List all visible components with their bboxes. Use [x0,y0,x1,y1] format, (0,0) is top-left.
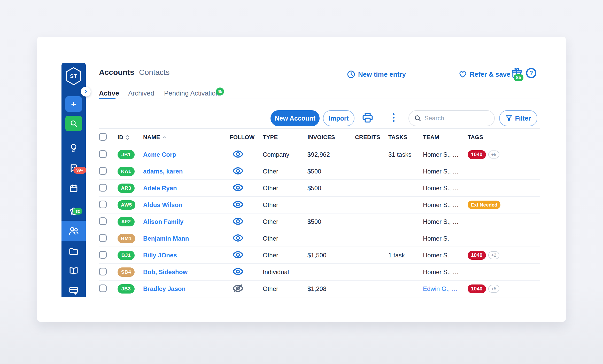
sidebar-collapse-button[interactable] [81,87,91,97]
account-name-link[interactable]: Alison Family [143,218,183,225]
question-mark-icon: ? [529,70,533,77]
logo-text: ST [65,67,82,85]
filter-button[interactable]: Filter [499,110,537,126]
column-header-tags: TAGS [468,134,540,141]
eye-icon [233,268,243,275]
rewards-button[interactable]: 85 [509,65,524,81]
tag-+5: +5 [488,151,499,159]
column-header-id[interactable]: ID [118,134,143,141]
account-team: Homer S., … [423,151,468,158]
subtab-active[interactable]: Active [99,89,119,97]
subtab-archived[interactable]: Archived [128,89,154,97]
select-all-checkbox[interactable] [99,133,107,141]
rewards-count-badge: 85 [514,74,523,81]
folder-icon [69,248,78,255]
more-options-button[interactable] [390,113,397,125]
print-button[interactable] [362,113,373,124]
account-id-badge: AR3 [118,184,135,193]
eye-icon [233,150,243,158]
row-checkbox[interactable] [99,284,107,292]
account-id-badge: JB3 [118,284,135,294]
new-time-entry-button[interactable]: New time entry [347,69,406,80]
follow-toggle[interactable] [233,217,243,226]
tag-1040: 1040 [468,284,486,293]
tag-1040: 1040 [468,150,486,159]
account-type: Other [263,235,307,242]
sidebar-item-accounts[interactable] [61,221,86,241]
refer-save-label: Refer & save [470,70,511,78]
account-name-link[interactable]: Acme Corp [143,151,176,158]
follow-toggle[interactable] [233,167,243,175]
card-plus-icon [69,286,78,295]
subtab-pending-activation[interactable]: Pending Activation [164,89,219,97]
row-checkbox[interactable] [99,217,107,225]
search-input[interactable] [424,115,484,122]
account-tags: Ext Needed [468,201,540,209]
account-type: Other [263,285,307,292]
app-logo: ST [65,67,82,85]
account-id-badge: AF2 [118,217,135,226]
account-name-link[interactable]: adams, karen [143,168,183,175]
row-checkbox[interactable] [99,251,107,259]
search-icon [70,120,78,127]
account-invoices: $92,962 [307,151,355,158]
follow-toggle[interactable] [233,268,243,276]
new-account-button[interactable]: New Account [270,110,320,126]
sidebar-item-insights[interactable] [61,140,86,155]
account-team: Homer S., … [423,201,468,209]
account-name-link[interactable]: Bradley Jason [143,285,185,292]
sidebar-item-billing[interactable] [61,283,86,297]
account-name-link[interactable]: Benjamin Mann [143,235,189,242]
row-checkbox[interactable] [99,234,107,242]
table-row: AW5 Aldus Wilson Other Homer S., … Ext N… [99,197,540,213]
account-team: Homer S. [423,235,468,242]
column-header-name[interactable]: NAME [143,134,230,141]
tag-+2: +2 [488,251,499,259]
follow-toggle[interactable] [233,284,243,293]
tab-contacts[interactable]: Contacts [139,68,169,77]
account-name-link[interactable]: Bob, Sideshow [143,268,188,276]
add-button[interactable]: + [65,96,82,112]
tab-accounts[interactable]: Accounts [99,68,134,77]
documents-count-badge: 32 [73,208,82,215]
sort-asc-icon [163,136,166,139]
open-book-icon [69,267,78,275]
row-checkbox[interactable] [99,150,107,158]
sidebar-item-files[interactable] [61,244,86,259]
account-id-badge: BJ1 [118,251,135,260]
sidebar-item-calendar[interactable] [61,181,86,196]
account-id-badge: JB1 [118,150,135,159]
follow-toggle[interactable] [233,251,243,259]
account-type: Other [263,185,307,192]
account-name-link[interactable]: Adele Ryan [143,185,177,192]
row-checkbox[interactable] [99,167,107,175]
account-team[interactable]: Edwin G., … [423,285,468,292]
heart-icon [459,71,467,78]
account-invoices: $1,500 [307,252,355,259]
follow-toggle[interactable] [233,150,243,159]
search-icon [414,115,421,122]
lightbulb-icon [69,143,78,152]
account-invoices: $500 [307,218,355,225]
sidebar-item-library[interactable] [61,263,86,279]
column-header-invoices: INVOICES [307,134,355,141]
account-name-link[interactable]: Aldus Wilson [143,201,182,209]
help-button[interactable]: ? [526,68,536,78]
account-invoices: $500 [307,185,355,192]
new-time-entry-label: New time entry [358,70,406,78]
import-button[interactable]: Import [323,110,354,126]
follow-toggle[interactable] [233,234,243,242]
kebab-dot [393,120,395,122]
account-team: Homer S., … [423,218,468,225]
refer-save-button[interactable]: Refer & save [459,69,511,80]
printer-icon [362,113,373,123]
row-checkbox[interactable] [99,201,107,208]
follow-toggle[interactable] [233,184,243,192]
follow-toggle[interactable] [233,201,243,209]
account-type: Other [263,201,307,209]
row-checkbox[interactable] [99,268,107,275]
sidebar-search-button[interactable] [65,116,82,131]
sort-both-icon [126,135,129,140]
account-name-link[interactable]: Billy JOnes [143,252,177,259]
row-checkbox[interactable] [99,184,107,192]
